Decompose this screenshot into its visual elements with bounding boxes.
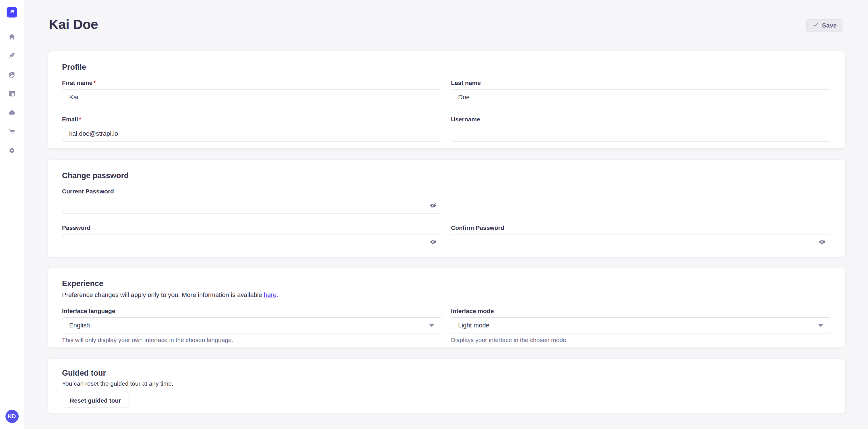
required-asterisk: * xyxy=(93,79,96,87)
profile-heading: Profile xyxy=(62,63,831,72)
last-name-field: Last name xyxy=(451,79,831,105)
guided-tour-heading: Guided tour xyxy=(62,369,831,377)
sidebar-item-cloud[interactable] xyxy=(0,103,24,122)
sidebar-item-content-manager[interactable] xyxy=(0,84,24,103)
cloud-icon xyxy=(8,109,16,117)
interface-mode-label: Interface mode xyxy=(451,307,831,315)
more-information-link[interactable]: here xyxy=(264,291,276,298)
check-icon xyxy=(813,22,819,30)
change-password-grid: Current Password xyxy=(62,188,831,250)
strapi-logo[interactable] xyxy=(7,7,17,18)
current-password-field: Current Password xyxy=(62,188,442,214)
sidebar: KD xyxy=(0,0,24,429)
interface-language-label: Interface language xyxy=(62,307,442,315)
first-name-label: First name* xyxy=(62,79,442,87)
save-button-label: Save xyxy=(822,22,837,29)
interface-language-field: Interface language English This will onl… xyxy=(62,307,442,343)
username-field: Username xyxy=(451,116,831,142)
confirm-password-label: Confirm Password xyxy=(451,224,831,231)
interface-mode-hint: Displays your interface in the chosen mo… xyxy=(451,336,831,343)
avatar[interactable]: KD xyxy=(5,410,19,423)
cart-icon xyxy=(8,128,16,135)
profile-grid: First name* Last name Email* xyxy=(62,79,831,142)
email-input[interactable] xyxy=(62,126,442,142)
home-icon xyxy=(8,33,16,41)
toggle-confirm-password-visibility-button[interactable] xyxy=(817,238,827,247)
feather-icon xyxy=(8,52,16,60)
toggle-password-visibility-button[interactable] xyxy=(429,238,438,247)
toggle-current-password-visibility-button[interactable] xyxy=(429,201,438,210)
password-input[interactable] xyxy=(62,234,442,250)
sidebar-item-home[interactable] xyxy=(0,27,24,46)
email-field: Email* xyxy=(62,116,442,142)
interface-language-select[interactable]: English xyxy=(62,318,442,333)
email-label: Email* xyxy=(62,116,442,123)
current-password-input[interactable] xyxy=(62,198,442,214)
last-name-label: Last name xyxy=(451,79,831,87)
username-label: Username xyxy=(451,116,831,123)
save-button[interactable]: Save xyxy=(806,19,843,32)
strapi-logo-icon xyxy=(9,8,16,16)
guided-tour-card: Guided tour You can reset the guided tou… xyxy=(48,359,845,414)
confirm-password-field: Confirm Password xyxy=(451,224,831,250)
avatar-area: KD xyxy=(5,404,19,429)
profile-card: Profile First name* Last name xyxy=(48,52,845,148)
sidebar-item-marketplace[interactable] xyxy=(0,122,24,141)
sidebar-item-content-type-builder[interactable] xyxy=(0,46,24,65)
experience-card: Experience Preference changes will apply… xyxy=(48,268,845,348)
current-password-label: Current Password xyxy=(62,188,442,195)
change-password-card: Change password Current Password xyxy=(48,160,845,257)
page-title: Kai Doe xyxy=(49,16,98,32)
first-name-input[interactable] xyxy=(62,89,442,105)
password-field: Password xyxy=(62,224,442,250)
required-asterisk: * xyxy=(79,116,81,123)
strapi-profile-page: KD Kai Doe Save Profile First name* xyxy=(0,0,868,429)
username-input[interactable] xyxy=(451,126,831,142)
chevron-down-icon xyxy=(818,324,823,327)
gear-icon xyxy=(8,146,16,154)
last-name-input[interactable] xyxy=(451,89,831,105)
sidebar-item-settings[interactable] xyxy=(0,141,24,160)
chevron-down-icon xyxy=(429,324,434,327)
experience-grid: Interface language English This will onl… xyxy=(62,307,831,343)
interface-mode-field: Interface mode Light mode Displays your … xyxy=(451,307,831,343)
content-manager-icon xyxy=(8,90,16,98)
reset-guided-tour-button[interactable]: Reset guided tour xyxy=(62,394,129,407)
interface-language-hint: This will only display your own interfac… xyxy=(62,336,442,343)
experience-description: Preference changes will apply only to yo… xyxy=(62,291,831,299)
eye-off-icon xyxy=(429,202,437,210)
change-password-grid-spacer xyxy=(451,188,831,214)
sidebar-item-media-library[interactable] xyxy=(0,65,24,84)
confirm-password-input[interactable] xyxy=(451,234,831,250)
password-label: Password xyxy=(62,224,442,231)
change-password-heading: Change password xyxy=(62,171,831,180)
guided-tour-description: You can reset the guided tour at any tim… xyxy=(62,380,831,387)
media-library-icon xyxy=(8,71,16,78)
sidebar-nav xyxy=(0,24,24,160)
eye-off-icon xyxy=(429,238,437,246)
eye-off-icon xyxy=(818,238,826,246)
experience-heading: Experience xyxy=(62,279,831,288)
interface-language-value: English xyxy=(69,322,90,329)
first-name-field: First name* xyxy=(62,79,442,105)
interface-mode-select[interactable]: Light mode xyxy=(451,318,831,333)
interface-mode-value: Light mode xyxy=(458,322,489,329)
